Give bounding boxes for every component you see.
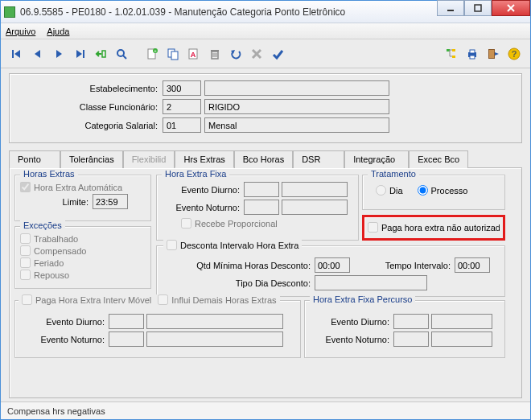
chk-repouso[interactable] — [20, 270, 31, 280]
chk-recebe-proporcional[interactable] — [181, 218, 191, 229]
exit-button[interactable] — [484, 44, 503, 64]
tab-hrsextras[interactable]: Hrs Extras — [175, 150, 233, 168]
input-movel-ev-noturno-desc[interactable] — [146, 331, 283, 347]
input-tempo-intervalo[interactable] — [455, 257, 490, 273]
svg-text:A: A — [191, 51, 196, 59]
lbl-ev-noturno: Evento Noturno: — [162, 203, 244, 212]
lbl-trabalhado: Trabalhado — [34, 234, 78, 244]
last-record-button[interactable] — [70, 44, 89, 64]
input-perc-ev-diurno-desc[interactable] — [431, 314, 492, 329]
prev-record-button[interactable] — [28, 44, 47, 64]
header-fields: Estabelecimento: Classe Funcionário: Cat… — [9, 73, 522, 143]
input-perc-ev-noturno[interactable] — [393, 331, 429, 347]
estabelecimento-label: Estabelecimento: — [18, 84, 163, 93]
input-perc-ev-noturno-desc[interactable] — [431, 331, 492, 347]
cancel-button[interactable] — [247, 44, 266, 64]
titlebar: 06.9.5585 - PE0180 - 1.02.01.039 - Manut… — [1, 1, 530, 23]
lbl-qtd-min: Qtd Mínima Horas Desconto: — [162, 261, 315, 270]
categoria-code[interactable] — [163, 117, 201, 133]
lbl-movel-ev-diurno: Evento Diurno: — [20, 317, 109, 327]
copy-button[interactable] — [163, 44, 183, 64]
input-movel-ev-diurno-desc[interactable] — [146, 314, 283, 329]
help-button[interactable]: ? — [504, 44, 524, 64]
format-button[interactable]: A — [184, 44, 204, 64]
chk-interv-movel[interactable] — [22, 294, 32, 305]
legend-hef-percurso: Hora Extra Fixa Percurso — [310, 294, 415, 304]
goto-button[interactable] — [91, 44, 110, 64]
chk-paga-nao-autorizada[interactable] — [368, 222, 378, 233]
classe-desc[interactable] — [204, 99, 389, 114]
svg-rect-36 — [489, 50, 494, 58]
content-area: Estabelecimento: Classe Funcionário: Cat… — [1, 68, 530, 401]
group-interv-movel: Paga Hora Extra Interv Móvel Influi Dema… — [14, 300, 301, 358]
first-record-button[interactable] — [7, 44, 27, 64]
lbl-processo: Processo — [431, 186, 468, 196]
lbl-limite: Limite: — [20, 197, 93, 207]
lbl-influi-demais: Influi Demais Horas Extras — [171, 295, 276, 305]
tab-excecbco[interactable]: Excec Bco — [409, 150, 468, 168]
input-movel-ev-noturno[interactable] — [109, 331, 144, 347]
menu-arquivo[interactable]: Arquivo — [6, 27, 35, 36]
svg-marker-5 — [14, 50, 20, 58]
tab-dsr[interactable]: DSR — [293, 150, 344, 168]
minimize-button[interactable] — [437, 0, 464, 16]
tab-ponto[interactable]: Ponto — [9, 150, 60, 168]
tab-pane-hrsextras: Horas Extras Hora Extra Automática Limit… — [9, 168, 522, 398]
tab-integracao[interactable]: Integração — [344, 150, 409, 168]
confirm-button[interactable] — [268, 44, 287, 64]
input-ev-diurno-desc[interactable] — [282, 182, 348, 197]
chk-desconta-intervalo[interactable] — [167, 240, 177, 250]
estabelecimento-code[interactable] — [163, 80, 201, 96]
chk-trabalhado[interactable] — [20, 233, 31, 244]
svg-rect-10 — [102, 51, 105, 57]
app-icon — [4, 6, 15, 18]
close-button[interactable] — [492, 0, 530, 16]
lbl-desconta-intervalo: Desconta Intervalo Hora Extra — [180, 241, 298, 250]
lbl-paga-nao-autorizada: Paga hora extra não autorizad — [381, 223, 500, 233]
lbl-perc-ev-noturno: Evento Noturno: — [310, 335, 393, 344]
undo-button[interactable] — [226, 44, 245, 64]
maximize-button[interactable] — [464, 0, 492, 16]
new-button[interactable]: + — [142, 44, 162, 64]
input-tipo-dia[interactable] — [315, 275, 427, 290]
menu-ajuda[interactable]: Ajuda — [47, 27, 69, 36]
group-desconta-intervalo: Desconta Intervalo Hora Extra Qtd Mínima… — [156, 245, 505, 297]
radio-processo[interactable] — [418, 185, 428, 196]
chk-compensado[interactable] — [20, 245, 31, 256]
input-movel-ev-diurno[interactable] — [109, 314, 144, 329]
legend-horas-extras: Horas Extras — [20, 169, 78, 179]
chk-feriado[interactable] — [20, 257, 31, 268]
print-button[interactable] — [463, 44, 482, 64]
lbl-feriado: Feriado — [34, 258, 64, 268]
tree-button[interactable] — [442, 44, 461, 64]
input-ev-diurno[interactable] — [244, 182, 279, 197]
svg-marker-7 — [56, 50, 62, 58]
input-perc-ev-diurno[interactable] — [393, 314, 429, 329]
categoria-desc[interactable] — [204, 117, 389, 133]
input-limite[interactable] — [93, 194, 128, 209]
radio-dia[interactable] — [376, 185, 386, 196]
svg-rect-33 — [470, 50, 475, 53]
legend-hef: Hora Extra Fixa — [162, 169, 229, 179]
input-qtd-min[interactable] — [315, 257, 350, 273]
input-ev-noturno[interactable] — [244, 200, 279, 215]
classe-code[interactable] — [163, 99, 201, 114]
window-title: 06.9.5585 - PE0180 - 1.02.01.039 - Manut… — [20, 6, 437, 18]
lbl-compensado: Compensado — [34, 246, 86, 256]
tab-flexibilid[interactable]: Flexibilid — [123, 150, 175, 168]
svg-line-12 — [123, 56, 126, 59]
svg-rect-9 — [83, 50, 84, 58]
input-ev-noturno-desc[interactable] — [282, 200, 348, 215]
categoria-label: Categoria Salarial: — [18, 121, 163, 130]
tab-tolerancias[interactable]: Tolerâncias — [60, 150, 123, 168]
tab-bcohoras[interactable]: Bco Horas — [234, 150, 293, 168]
next-record-button[interactable] — [49, 44, 68, 64]
lbl-perc-ev-diurno: Evento Diurno: — [310, 317, 393, 327]
delete-button[interactable] — [205, 44, 224, 64]
chk-hora-extra-auto[interactable] — [20, 182, 31, 192]
search-button[interactable] — [112, 44, 131, 64]
svg-marker-37 — [495, 52, 499, 56]
chk-influi-demais[interactable] — [158, 294, 168, 305]
estabelecimento-desc[interactable] — [204, 80, 389, 96]
group-hef-percurso: Hora Extra Fixa Percurso Evento Diurno: … — [304, 300, 505, 358]
